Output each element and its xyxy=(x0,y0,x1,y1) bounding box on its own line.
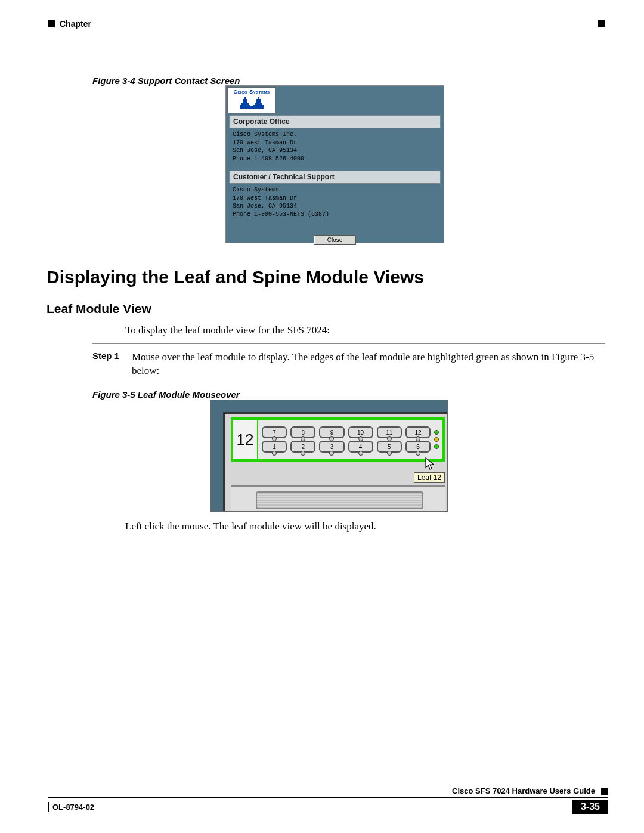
cisco-bridge-icon xyxy=(240,95,264,109)
support-line: Phone 1-800-553-NETS (6387) xyxy=(233,210,437,219)
port: 6 xyxy=(405,441,431,453)
post-figure-text: Left click the mouse. The leaf module vi… xyxy=(125,521,376,532)
port: 10 xyxy=(348,426,373,438)
port-row-top: 7 8 9 10 11 12 xyxy=(262,426,431,438)
page-number-badge: 3-35 xyxy=(572,800,608,814)
led-column xyxy=(434,420,442,459)
page-footer: Cisco SFS 7024 Hardware Users Guide OL-8… xyxy=(48,786,608,814)
port: 2 xyxy=(290,441,315,453)
cisco-logo: Cisco Systems xyxy=(227,87,276,113)
figure-3-5-caption: Figure 3-5 Leaf Module Mouseover xyxy=(92,389,240,400)
led-icon xyxy=(434,444,439,449)
header-left: Chapter xyxy=(48,19,91,29)
port: 7 xyxy=(262,426,287,438)
heading-2: Leaf Module View xyxy=(47,302,151,316)
horizontal-rule xyxy=(92,343,605,344)
support-line: Cisco Systems xyxy=(233,186,437,194)
technical-support-body: Cisco Systems 170 West Tasman Dr San Jos… xyxy=(229,184,441,224)
page-header: Chapter xyxy=(48,19,605,29)
guide-title: Cisco SFS 7024 Hardware Users Guide xyxy=(452,786,595,795)
leaf-module-highlighted[interactable]: 12 7 8 9 10 11 12 1 2 3 4 5 6 xyxy=(231,417,445,462)
doc-id-text: OL-8794-02 xyxy=(52,803,94,812)
port: 5 xyxy=(377,441,402,453)
corporate-office-heading: Corporate Office xyxy=(229,115,441,128)
corp-line: Cisco Systems Inc. xyxy=(233,131,437,139)
square-bullet-icon xyxy=(598,20,605,27)
port-row-bottom: 1 2 3 4 5 6 xyxy=(262,441,431,453)
heading-1: Displaying the Leaf and Spine Module Vie… xyxy=(47,267,424,287)
port: 4 xyxy=(348,441,373,453)
technical-support-heading: Customer / Technical Support xyxy=(229,171,441,184)
header-right xyxy=(598,20,605,27)
close-row: Close xyxy=(226,235,444,245)
corp-line: Phone 1-408-526-4000 xyxy=(233,155,437,163)
square-bullet-icon xyxy=(601,788,608,795)
port: 1 xyxy=(262,441,287,453)
slot-inner xyxy=(256,491,423,509)
led-icon xyxy=(434,430,439,435)
square-bullet-icon xyxy=(48,20,55,27)
step-label: Step 1 xyxy=(92,351,121,378)
footer-top: Cisco SFS 7024 Hardware Users Guide xyxy=(48,786,608,798)
corp-line: 170 West Tasman Dr xyxy=(233,139,437,147)
cisco-logo-text: Cisco Systems xyxy=(234,89,270,95)
chapter-label: Chapter xyxy=(60,19,91,29)
lower-module-slot xyxy=(231,485,445,511)
figure-3-4-screenshot: Cisco Systems Corporate Office Cisco Sys… xyxy=(225,85,444,243)
port: 12 xyxy=(405,426,431,438)
mouse-cursor-icon xyxy=(425,457,436,471)
leaf-tooltip: Leaf 12 xyxy=(414,472,445,483)
port-grid: 7 8 9 10 11 12 1 2 3 4 5 6 xyxy=(258,420,434,459)
leaf-module-number: 12 xyxy=(233,420,258,459)
port: 8 xyxy=(290,426,315,438)
support-line: San Jose, CA 95134 xyxy=(233,202,437,210)
step-1-row: Step 1 Mouse over the leaf module to dis… xyxy=(92,351,605,378)
intro-text: To display the leaf module view for the … xyxy=(125,324,330,336)
led-icon xyxy=(434,437,439,442)
step-text: Mouse over the leaf module to display. T… xyxy=(132,351,605,378)
port: 9 xyxy=(319,426,344,438)
doc-id: OL-8794-02 xyxy=(48,802,94,812)
figure-3-4-caption: Figure 3-4 Support Contact Screen xyxy=(92,76,240,86)
support-line: 170 West Tasman Dr xyxy=(233,194,437,203)
port: 3 xyxy=(319,441,344,453)
figure-3-5-screenshot: 12 7 8 9 10 11 12 1 2 3 4 5 6 xyxy=(210,400,448,512)
port: 11 xyxy=(377,426,402,438)
close-button[interactable]: Close xyxy=(314,235,357,245)
corp-line: San Jose, CA 95134 xyxy=(233,147,437,155)
corporate-office-body: Cisco Systems Inc. 170 West Tasman Dr Sa… xyxy=(229,128,441,169)
footer-bottom: OL-8794-02 3-35 xyxy=(48,798,608,814)
vertical-bar-icon xyxy=(48,802,49,812)
chassis-frame: 12 7 8 9 10 11 12 1 2 3 4 5 6 xyxy=(223,412,447,511)
